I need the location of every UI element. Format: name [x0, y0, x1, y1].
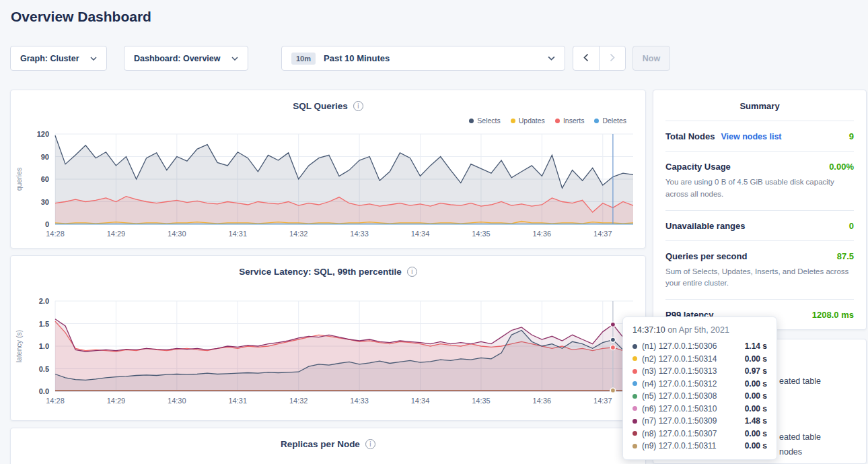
tooltip-node-label: (n2) 127.0.0.1:50314 [642, 354, 717, 364]
tooltip-node-row: (n7) 127.0.0.1:503091.48 s [632, 415, 767, 428]
tooltip-node-value: 0.00 s [745, 404, 767, 413]
page-title: Overview Dashboard [11, 9, 151, 25]
tooltip-node-label: (n4) 127.0.0.1:50312 [642, 379, 717, 389]
legend-item-updates[interactable]: Updates [511, 117, 545, 125]
dashboard-dropdown-label: Dashboard: Overview [134, 54, 221, 63]
summary-panel: Summary Total Nodes View nodes list 9 Ca… [653, 90, 867, 330]
summary-row-capacity-usage: Capacity Usage 0.00% You are using 0 B o… [665, 152, 854, 211]
svg-text:14:34: 14:34 [411, 230, 430, 238]
tooltip-node-row: (n3) 127.0.0.1:503130.97 s [632, 365, 767, 378]
node-color-dot-icon [632, 344, 637, 349]
tooltip-timestamp: 14:37:10 on Apr 5th, 2021 [632, 325, 767, 335]
svg-text:queries: queries [15, 168, 23, 191]
info-icon[interactable] [365, 439, 375, 449]
tooltip-node-label: (n5) 127.0.0.1:50308 [642, 391, 717, 401]
legend-dot-icon [555, 119, 560, 123]
view-nodes-list-link[interactable]: View nodes list [721, 132, 781, 141]
node-color-dot-icon [632, 369, 637, 374]
svg-text:14:29: 14:29 [107, 230, 126, 238]
svg-text:14:35: 14:35 [472, 230, 491, 238]
tooltip-node-label: (n6) 127.0.0.1:50310 [642, 404, 717, 413]
summary-title: Summary [665, 90, 854, 121]
total-nodes-label: Total Nodes [665, 131, 715, 141]
event-item-text[interactable]: nodes [779, 447, 802, 457]
tooltip-node-value: 1.14 s [745, 341, 767, 351]
chevron-down-icon [90, 57, 97, 61]
tooltip-node-row: (n5) 127.0.0.1:503080.00 s [632, 390, 767, 403]
legend-item-selects[interactable]: Selects [469, 117, 500, 125]
p99-latency-value: 1208.0 ms [812, 310, 854, 320]
legend-item-inserts[interactable]: Inserts [555, 117, 585, 125]
tooltip-node-value: 1.48 s [745, 416, 767, 426]
svg-text:14:32: 14:32 [289, 397, 308, 405]
graph-dropdown[interactable]: Graph: Cluster [10, 46, 107, 71]
tooltip-node-row: (n2) 127.0.0.1:503140.00 s [632, 353, 767, 366]
node-color-dot-icon [632, 381, 637, 386]
chart-title-service-latency: Service Latency: SQL, 99th percentile [239, 267, 402, 277]
replicas-per-node-card: Replicas per Node [10, 428, 646, 464]
svg-text:14:30: 14:30 [168, 230, 186, 238]
now-button[interactable]: Now [632, 46, 670, 71]
time-range-badge: 10m [291, 53, 316, 65]
graph-dropdown-label: Graph: Cluster [20, 54, 79, 63]
charts-column: SQL Queries SelectsUpdatesInsertsDeletes… [10, 90, 646, 464]
summary-row-total-nodes: Total Nodes View nodes list 9 [665, 121, 854, 152]
svg-text:14:30: 14:30 [168, 397, 186, 405]
event-item-text[interactable]: eated table [779, 376, 821, 386]
tooltip-date: on Apr 5th, 2021 [667, 325, 729, 335]
sql-queries-chart[interactable]: 030609012014:2814:2914:3014:3114:3214:33… [11, 127, 645, 246]
legend-item-deletes[interactable]: Deletes [594, 117, 626, 125]
svg-text:120: 120 [37, 130, 49, 138]
legend-label: Selects [477, 117, 500, 125]
info-icon[interactable] [407, 267, 417, 277]
legend-label: Inserts [563, 117, 585, 125]
svg-text:14:34: 14:34 [411, 397, 430, 405]
tooltip-node-label: (n8) 127.0.0.1:50307 [642, 429, 717, 438]
tooltip-node-row: (n9) 127.0.0.1:503110.00 s [632, 440, 767, 453]
svg-text:14:35: 14:35 [472, 397, 491, 405]
svg-text:0.5: 0.5 [39, 365, 49, 373]
tooltip-node-row: (n6) 127.0.0.1:503100.00 s [632, 403, 767, 416]
toolbar: Graph: Cluster Dashboard: Overview 10m P… [10, 46, 670, 71]
chart-title-replicas-per-node: Replicas per Node [281, 439, 360, 449]
info-icon[interactable] [353, 101, 363, 111]
tooltip-node-label: (n3) 127.0.0.1:50313 [642, 366, 717, 376]
unavailable-ranges-label: Unavailable ranges [665, 221, 746, 231]
queries-per-second-value: 87.5 [837, 251, 854, 261]
svg-text:60: 60 [41, 175, 49, 183]
service-latency-chart[interactable]: 0.00.51.01.52.014:2814:2914:3014:3114:32… [11, 294, 645, 413]
event-item-text[interactable]: eated table [779, 432, 821, 442]
svg-text:14:36: 14:36 [533, 397, 552, 405]
legend-label: Updates [519, 117, 545, 125]
svg-text:1.5: 1.5 [39, 320, 49, 328]
next-time-button[interactable] [599, 46, 626, 71]
legend-dot-icon [469, 119, 474, 123]
svg-text:14:33: 14:33 [350, 230, 369, 238]
tooltip-node-value: 0.00 s [745, 391, 767, 401]
tooltip-node-value: 0.00 s [745, 441, 767, 451]
legend-dot-icon [511, 119, 515, 123]
dashboard-dropdown[interactable]: Dashboard: Overview [124, 46, 248, 71]
tooltip-node-rows: (n1) 127.0.0.1:503061.14 s(n2) 127.0.0.1… [632, 340, 767, 453]
svg-text:14:33: 14:33 [350, 397, 369, 405]
summary-row-unavailable-ranges: Unavailable ranges 0 [665, 211, 854, 241]
tooltip-node-value: 0.97 s [745, 366, 767, 376]
chevron-left-icon [583, 53, 589, 65]
queries-per-second-label: Queries per second [665, 251, 747, 261]
chart-title-sql-queries: SQL Queries [293, 101, 348, 111]
total-nodes-value: 9 [849, 131, 854, 141]
chevron-down-icon [231, 57, 238, 61]
prev-time-button[interactable] [573, 46, 600, 71]
node-color-dot-icon [632, 394, 637, 399]
svg-text:14:31: 14:31 [228, 230, 247, 238]
tooltip-node-value: 0.00 s [745, 354, 767, 364]
chart-tooltip: 14:37:10 on Apr 5th, 2021 (n1) 127.0.0.1… [622, 317, 777, 460]
time-range-selector[interactable]: 10m Past 10 Minutes [281, 46, 565, 71]
legend-dot-icon [594, 119, 599, 123]
tooltip-node-value: 0.00 s [745, 429, 767, 438]
node-color-dot-icon [632, 406, 637, 411]
tooltip-node-label: (n9) 127.0.0.1:50311 [642, 441, 717, 451]
node-color-dot-icon [632, 444, 637, 449]
chart-legend: SelectsUpdatesInsertsDeletes [11, 115, 645, 126]
svg-text:14:32: 14:32 [289, 230, 308, 238]
